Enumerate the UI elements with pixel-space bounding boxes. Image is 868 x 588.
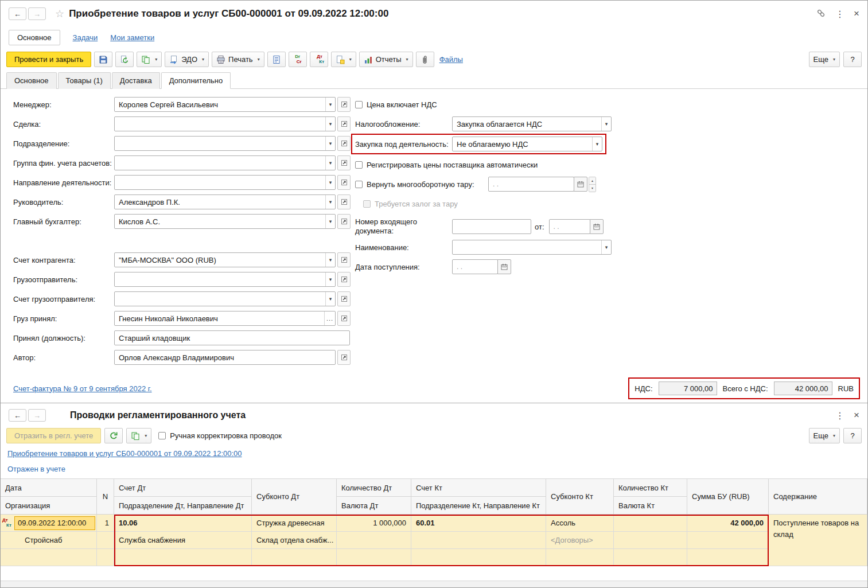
- edo-button[interactable]: ЭДО▾: [165, 52, 209, 67]
- posting-debit-subconto2-cell[interactable]: Склад отдела снабж...: [252, 532, 337, 549]
- author-input[interactable]: Орлов Александр Владимирович: [114, 350, 336, 365]
- open-button[interactable]: [337, 97, 351, 112]
- incoming-date-input[interactable]: . .: [549, 219, 590, 234]
- accepted-position-input[interactable]: Старший кладовщик: [114, 330, 350, 345]
- close-icon[interactable]: ×: [854, 8, 859, 20]
- date-stepper[interactable]: ▴ ▾: [589, 177, 596, 192]
- stepper-down-icon[interactable]: ▾: [589, 184, 595, 192]
- invoice-link[interactable]: Счет-фактура № 9 от 9 сентября 2022 г.: [13, 384, 152, 393]
- naming-select[interactable]: ▾: [452, 240, 612, 255]
- posting-credit-subconto1-cell[interactable]: Ассоль: [546, 515, 614, 532]
- col-debit-subconto[interactable]: Субконто Дт: [252, 479, 337, 515]
- reflected-status-link[interactable]: Отражен в учете: [7, 465, 65, 473]
- register-records-button[interactable]: [267, 52, 286, 67]
- tab-delivery[interactable]: Доставка: [112, 72, 160, 89]
- open-button[interactable]: [337, 272, 351, 287]
- nav-notes-link[interactable]: Мои заметки: [110, 33, 154, 42]
- open-button[interactable]: [337, 311, 351, 326]
- window-menu-icon[interactable]: ⋮: [835, 410, 844, 421]
- manual-adjustment-checkbox[interactable]: Ручная корректировка проводок: [158, 429, 282, 443]
- dropdown-icon[interactable]: ▾: [325, 272, 335, 286]
- dr-cr-records-button[interactable]: DrCr: [289, 52, 307, 67]
- dt-kt-records-button[interactable]: ДтКт: [310, 52, 328, 67]
- back-button[interactable]: ←: [9, 7, 26, 20]
- activity-select[interactable]: Не облагаемую НДС▾: [452, 137, 602, 151]
- attachments-button[interactable]: [416, 52, 434, 67]
- col-amount[interactable]: Сумма БУ (RUB): [687, 479, 769, 515]
- posting-debit-subconto1-cell[interactable]: Стружка древесная: [252, 515, 337, 532]
- dropdown-icon[interactable]: ▾: [592, 137, 602, 151]
- return-tare-checkbox[interactable]: Вернуть многооборотную тару:: [355, 177, 488, 192]
- refresh-button[interactable]: [104, 428, 123, 443]
- posting-empty-cell[interactable]: [337, 549, 411, 566]
- posting-empty-cell[interactable]: [1, 549, 97, 566]
- col-debit-currency[interactable]: Валюта Дт: [337, 497, 411, 515]
- col-credit-account[interactable]: Счет Кт: [411, 479, 546, 497]
- dropdown-icon[interactable]: ▾: [601, 117, 611, 131]
- posting-credit-account-cell[interactable]: 60.01: [411, 515, 546, 532]
- open-button[interactable]: [337, 252, 351, 267]
- reflect-in-accounting-button[interactable]: Отразить в регл. учете: [6, 428, 101, 443]
- consignor-account-input[interactable]: ▾: [114, 291, 336, 306]
- col-debit-department[interactable]: Подразделение Дт, Направление Дт: [114, 497, 252, 515]
- posting-debit-quantity-cell[interactable]: 1 000,000: [337, 515, 411, 532]
- register-prices-checkbox[interactable]: Регистрировать цены поставщика автоматич…: [355, 157, 612, 172]
- posting-empty-cell[interactable]: [114, 549, 252, 566]
- forward-button[interactable]: →: [28, 409, 46, 422]
- deal-input[interactable]: ▾: [114, 116, 336, 131]
- posting-empty-cell[interactable]: [411, 549, 546, 566]
- more-button[interactable]: Еще▾: [809, 52, 840, 67]
- col-date[interactable]: Дата: [1, 479, 97, 497]
- posting-date-cell[interactable]: Дт Кт 09.09.2022 12:00:00: [1, 515, 97, 532]
- open-button[interactable]: [337, 136, 351, 151]
- open-button[interactable]: [337, 350, 351, 365]
- open-button[interactable]: [337, 155, 351, 170]
- chief-accountant-input[interactable]: Кислов А.С.▾: [114, 214, 336, 229]
- head-input[interactable]: Александров П.К.▾: [114, 194, 336, 209]
- col-number[interactable]: N: [97, 479, 114, 515]
- dropdown-icon[interactable]: ▾: [325, 215, 335, 228]
- dropdown-icon[interactable]: ▾: [325, 117, 335, 131]
- posting-empty-cell[interactable]: [97, 549, 114, 566]
- posting-empty-cell[interactable]: [337, 532, 411, 549]
- price-includes-vat-checkbox[interactable]: Цена включает НДС: [355, 97, 612, 112]
- posting-empty-cell[interactable]: [614, 549, 687, 566]
- print-button[interactable]: Печать▾: [212, 52, 264, 67]
- dropdown-icon[interactable]: ▾: [325, 98, 335, 111]
- posting-debit-account-cell[interactable]: 10.06: [114, 515, 252, 532]
- dropdown-icon[interactable]: ▾: [325, 176, 335, 189]
- posting-organization-cell[interactable]: Стройснаб: [1, 532, 97, 549]
- tab-goods[interactable]: Товары (1): [58, 72, 111, 89]
- dropdown-icon[interactable]: ▾: [325, 137, 335, 150]
- manager-input[interactable]: Королев Сергей Васильевич▾: [114, 97, 336, 112]
- posting-empty-cell[interactable]: [687, 549, 769, 566]
- stepper-up-icon[interactable]: ▴: [589, 177, 595, 184]
- nav-main-tab[interactable]: Основное: [9, 30, 60, 45]
- reports-button[interactable]: Отчеты▾: [359, 52, 413, 67]
- col-content[interactable]: Содержание: [769, 479, 867, 515]
- calendar-button[interactable]: [590, 219, 604, 234]
- dropdown-icon[interactable]: ▾: [325, 195, 335, 209]
- consignor-input[interactable]: ▾: [114, 272, 336, 287]
- posting-empty-cell[interactable]: [546, 549, 614, 566]
- save-button[interactable]: [94, 52, 112, 67]
- activity-direction-input[interactable]: ▾: [114, 175, 336, 190]
- favorite-star-icon[interactable]: ☆: [55, 7, 64, 20]
- get-link-icon[interactable]: [816, 8, 826, 20]
- doc-actions-split-button[interactable]: ▾: [331, 52, 356, 67]
- posting-content-cell[interactable]: Поступление товаров на склад: [769, 515, 867, 566]
- counterparty-account-input[interactable]: "МБА-МОСКВА" ООО (RUB)▾: [114, 252, 336, 267]
- create-based-on-button[interactable]: ▾: [126, 428, 151, 443]
- help-button[interactable]: ?: [843, 428, 862, 443]
- department-input[interactable]: ▾: [114, 136, 336, 151]
- tab-additional[interactable]: Дополнительно: [161, 72, 231, 89]
- open-button[interactable]: [337, 214, 351, 229]
- cargo-accepted-by-input[interactable]: Гнесин Николай Николаевич...: [114, 311, 336, 326]
- calendar-button[interactable]: [497, 259, 511, 274]
- posting-empty-cell[interactable]: [687, 532, 769, 549]
- choose-icon[interactable]: ...: [324, 311, 335, 325]
- posting-debit-department-cell[interactable]: Служба снабжения: [114, 532, 252, 549]
- open-button[interactable]: [337, 194, 351, 209]
- posting-empty-cell[interactable]: [97, 532, 114, 549]
- window-menu-icon[interactable]: ⋮: [835, 9, 844, 20]
